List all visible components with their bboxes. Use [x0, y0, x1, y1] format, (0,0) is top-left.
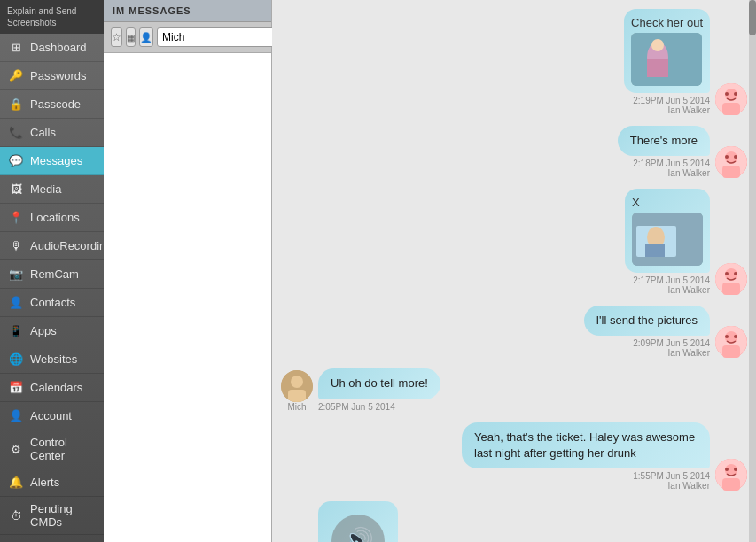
- audio-play-icon[interactable]: 🔊: [331, 515, 385, 542]
- sidebar-item-remcam[interactable]: 📷 RemCam: [0, 260, 104, 289]
- remcam-icon: 📷: [9, 267, 23, 282]
- dashboard-icon: ⊞: [9, 41, 23, 55]
- message-sender: Ian Walker: [668, 348, 710, 358]
- star-button[interactable]: ☆: [111, 27, 122, 47]
- svg-point-2: [651, 39, 664, 51]
- sidebar-item-passwords[interactable]: 🔑 Passwords: [0, 62, 104, 90]
- sidebar-item-messages[interactable]: 💬 Messages: [0, 147, 104, 175]
- passcode-icon: 🔒: [9, 97, 23, 112]
- locations-icon: 📍: [9, 211, 23, 225]
- filter-button[interactable]: ▦: [126, 27, 136, 47]
- message-bubble: Check her out: [624, 9, 710, 93]
- scrollbar-thumb[interactable]: [749, 0, 756, 35]
- svg-point-8: [734, 92, 737, 96]
- svg-point-34: [725, 468, 729, 471]
- sidebar-item-label: Calendars: [30, 381, 82, 394]
- sidebar-item-label: Websites: [30, 352, 77, 366]
- svg-rect-17: [645, 244, 665, 257]
- sidebar-item-contacts[interactable]: 👤 Contacts: [0, 289, 104, 317]
- message-row: X 2:17PM Jun 5 2014 Ian Walker: [281, 189, 747, 295]
- contacts-toolbar: ☆ ▦ 👤 Mich ▶: [104, 22, 271, 53]
- apps-icon: 📱: [9, 324, 23, 338]
- svg-point-13: [734, 155, 737, 159]
- sidebar-item-alerts[interactable]: 🔔 Alerts: [0, 468, 104, 497]
- sidebar-item-locations[interactable]: 📍 Locations: [0, 204, 104, 232]
- svg-point-27: [734, 335, 737, 338]
- calendars-icon: 📅: [9, 381, 23, 395]
- contacts-icon: 👤: [9, 296, 23, 310]
- message-time: 2:18PM Jun 5 2014: [633, 159, 710, 168]
- message-row: I'll send the pictures 2:09PM Jun 5 2014…: [281, 306, 747, 358]
- contacts-panel: IM MESSAGES ☆ ▦ 👤 Mich ▶: [104, 0, 272, 542]
- message-text: X: [632, 196, 640, 209]
- sidebar-item-label: Control Center: [30, 436, 95, 462]
- sidebar-item-passcode[interactable]: 🔒 Passcode: [0, 90, 104, 119]
- chat-panel[interactable]: Check her out 2:19PM Jun 5 2014 Ian Walk…: [272, 0, 756, 542]
- sidebar-item-audio-recordings[interactable]: 🎙 AudioRecordings: [0, 232, 104, 260]
- message-time: 2:05PM Jun 5 2014: [318, 402, 395, 412]
- contact-icon-button[interactable]: 👤: [139, 27, 153, 47]
- sidebar-item-media[interactable]: 🖼 Media: [0, 175, 104, 204]
- sidebar-item-label: Passcode: [30, 97, 81, 111]
- sidebar-item-account[interactable]: 👤 Account: [0, 402, 104, 430]
- sidebar-item-label: Account: [30, 409, 72, 422]
- svg-point-35: [734, 468, 737, 471]
- sidebar-item-label: Locations: [30, 211, 80, 224]
- svg-point-21: [725, 272, 729, 275]
- svg-rect-25: [722, 345, 740, 358]
- sidebar-item-label: Passwords: [30, 69, 87, 82]
- audio-recordings-icon: 🎙: [9, 239, 23, 253]
- message-bubble: Yeah, that's the ticket. Haley was aweso…: [462, 422, 710, 468]
- message-time: 2:19PM Jun 5 2014: [633, 96, 710, 105]
- sidebar-item-label: RemCam: [30, 267, 79, 281]
- audio-message-bubble[interactable]: 🔊: [318, 501, 398, 542]
- message-sender: Ian Walker: [668, 168, 710, 178]
- sidebar-item-apps[interactable]: 📱 Apps: [0, 317, 104, 345]
- message-bubble: I'll send the pictures: [584, 306, 711, 336]
- alerts-icon: 🔔: [9, 476, 23, 490]
- svg-rect-11: [722, 166, 740, 178]
- sidebar-item-label: Dashboard: [30, 41, 87, 54]
- sidebar-item-dashboard[interactable]: ⊞ Dashboard: [0, 34, 104, 62]
- message-row: Mich 🔊 1:55PM Jun 5 2014: [281, 501, 747, 542]
- message-bubble: There's more: [618, 126, 710, 156]
- avatar: [715, 326, 747, 358]
- im-messages-header: IM MESSAGES: [104, 0, 271, 22]
- sidebar-item-label: Apps: [30, 324, 57, 337]
- sidebar-item-calls[interactable]: 📞 Calls: [0, 119, 104, 147]
- svg-rect-33: [722, 478, 740, 491]
- svg-point-22: [734, 272, 737, 275]
- sidebar-item-pending-cmds[interactable]: ⏱ Pending CMDs: [0, 497, 104, 535]
- svg-point-12: [725, 155, 729, 159]
- main-area: IM MESSAGES ☆ ▦ 👤 Mich ▶ Check her out: [104, 0, 756, 542]
- svg-rect-6: [722, 103, 740, 115]
- message-sender: Ian Walker: [668, 285, 710, 295]
- message-row: Yeah, that's the ticket. Haley was aweso…: [281, 422, 747, 491]
- contacts-list[interactable]: [104, 53, 271, 542]
- message-time: 2:09PM Jun 5 2014: [633, 338, 710, 348]
- sidebar-item-calendars[interactable]: 📅 Calendars: [0, 374, 104, 402]
- message-sender: Ian Walker: [668, 481, 710, 491]
- sidebar-item-label: Contacts: [30, 296, 75, 309]
- sidebar-item-websites[interactable]: 🌐 Websites: [0, 345, 104, 374]
- sidebar-item-control-center[interactable]: ⚙ Control Center: [0, 430, 104, 468]
- message-sender: Ian Walker: [668, 105, 710, 115]
- svg-point-7: [725, 92, 729, 96]
- message-bubble: Uh oh do tell more!: [318, 368, 440, 399]
- avatar: [715, 146, 747, 178]
- svg-point-29: [291, 376, 303, 388]
- avatar: [715, 263, 747, 295]
- sidebar-item-label: Messages: [30, 154, 82, 167]
- message-image: [632, 213, 703, 266]
- calls-icon: 📞: [9, 126, 23, 140]
- message-image: [631, 33, 702, 86]
- sidebar-item-label: Media: [30, 182, 61, 196]
- svg-rect-3: [647, 59, 668, 77]
- svg-point-26: [725, 335, 729, 338]
- sidebar: Explain and Send Screenshots ⊞ Dashboard…: [0, 0, 104, 542]
- media-icon: 🖼: [9, 182, 23, 197]
- websites-icon: 🌐: [9, 352, 23, 367]
- svg-rect-30: [288, 390, 306, 402]
- scrollbar-track: [749, 0, 756, 542]
- account-icon: 👤: [9, 409, 23, 423]
